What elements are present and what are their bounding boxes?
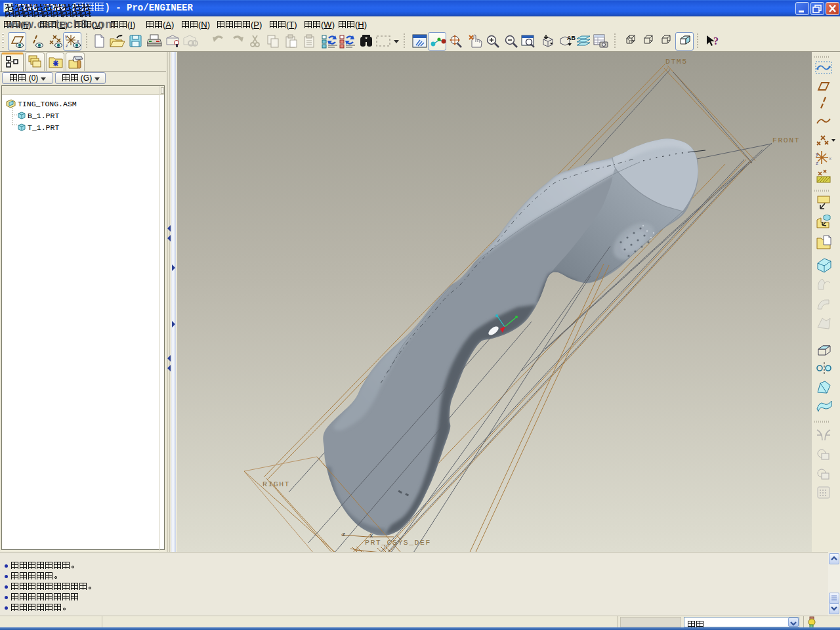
svg-text:RIGHT: RIGHT [262,480,290,488]
svg-text:x: x [77,39,79,43]
svg-text:AB: AB [567,35,576,41]
svg-text:x: x [829,156,831,161]
svg-text:PRT_CSYS_DEF: PRT_CSYS_DEF [365,538,431,547]
svg-text:z: z [816,160,818,165]
svg-text:x: x [369,533,374,539]
svg-text:?: ? [713,35,719,47]
svg-text:z: z [66,43,68,48]
svg-text:FRONT: FRONT [772,136,800,144]
svg-text:DTM5: DTM5 [665,57,688,66]
svg-text:y: y [816,151,818,157]
svg-text:z: z [342,532,346,538]
svg-text:y: y [65,34,68,39]
